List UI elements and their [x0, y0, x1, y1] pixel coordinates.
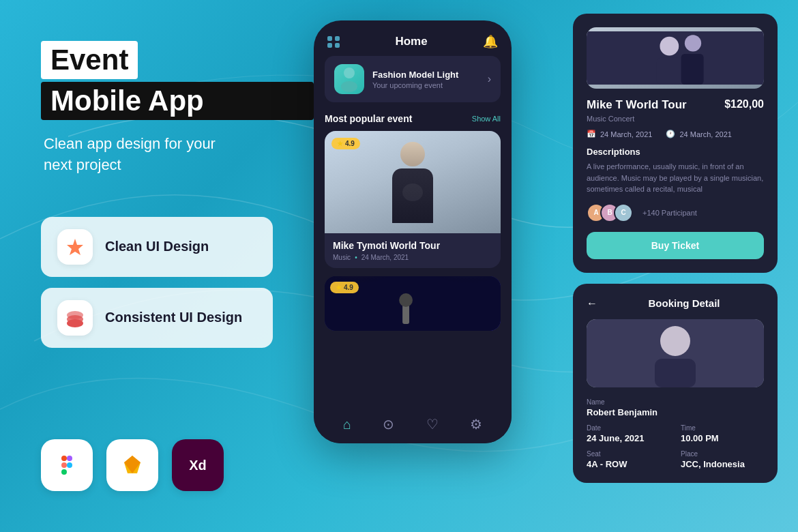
event-card-2[interactable]: ★ 4.9 — [325, 276, 501, 331]
svg-rect-22 — [681, 54, 704, 85]
tool-icons: Xd — [41, 439, 224, 491]
svg-point-12 — [341, 81, 357, 92]
participants-row: A B C +140 Participant — [587, 203, 764, 222]
feature-icon-1 — [57, 229, 93, 265]
field-name: Name Robert Benjamin — [587, 398, 764, 417]
booking-fields: Name Robert Benjamin Date 24 June, 2021 … — [587, 398, 764, 469]
svg-rect-5 — [61, 462, 67, 468]
detail-event-title: Mike T World Tour — [587, 98, 687, 112]
svg-rect-6 — [61, 469, 67, 475]
title-block: Event Mobile App — [41, 41, 314, 120]
event-card-img-2: ★ 4.9 — [325, 276, 501, 331]
xd-icon: Xd — [172, 439, 224, 491]
buy-ticket-button[interactable]: Buy Ticket — [587, 232, 764, 259]
calendar-icon: 📅 — [587, 130, 596, 138]
upcoming-title: Fashion Model Light — [372, 70, 479, 80]
feature-label-1: Clean UI Design — [105, 239, 209, 254]
event-card-info-1: Mike Tymoti World Tour Music • 24 March,… — [325, 233, 501, 268]
name-value: Robert Benjamin — [587, 407, 764, 417]
feature-card-1: Clean UI Design — [41, 217, 273, 277]
booking-panel: ← Booking Detail Name Robert Benjamin Da… — [573, 284, 778, 483]
rating-badge-2: ★ 4.9 — [330, 282, 359, 293]
nav-location-icon[interactable]: ⊙ — [383, 416, 394, 432]
upcoming-subtitle: Your upcoming event — [372, 81, 479, 89]
svg-point-3 — [67, 319, 83, 327]
detail-title-row: Mike T World Tour $120,00 — [587, 98, 764, 112]
upcoming-banner[interactable]: Fashion Model Light Your upcoming event … — [325, 56, 501, 102]
participant-avatars: A B C — [587, 203, 627, 222]
upcoming-avatar — [334, 64, 364, 94]
field-time: Time 10.00 PM — [681, 424, 764, 443]
event-card-1[interactable]: ★ 4.9 Mike Tymoti World Tour Music • 24 … — [325, 131, 501, 268]
field-seat: Seat 4A - ROW — [587, 450, 670, 469]
svg-rect-4 — [61, 456, 67, 461]
place-label: Place — [681, 450, 764, 458]
figma-icon — [41, 439, 93, 491]
subtitle: Clean app design for your next project — [44, 134, 314, 176]
svg-marker-0 — [67, 239, 83, 255]
feature-label-2: Consistent UI Design — [105, 310, 242, 325]
phone-bottom-nav: ⌂ ⊙ ♡ ⚙ — [314, 408, 512, 443]
nav-home-icon[interactable]: ⌂ — [343, 417, 351, 432]
date-value: 24 June, 2021 — [587, 433, 670, 443]
seat-label: Seat — [587, 450, 670, 458]
phone-grid-icon — [327, 36, 340, 48]
desc-text: A live performance, usually music, in fr… — [587, 161, 764, 195]
svg-point-8 — [67, 462, 72, 468]
booking-back-button[interactable]: ← — [587, 297, 597, 310]
upcoming-info: Fashion Model Light Your upcoming event — [372, 70, 479, 89]
svg-point-17 — [399, 293, 413, 307]
svg-rect-20 — [656, 57, 682, 85]
detail-subtitle: Music Concert — [587, 115, 764, 123]
event-card-img-1: ★ 4.9 — [325, 131, 501, 233]
event-name-1: Mike Tymoti World Tour — [333, 240, 492, 251]
detail-panel-img — [587, 27, 764, 89]
field-place: Place JCC, Indonesia — [681, 450, 764, 469]
participant-count: +140 Participant — [642, 209, 697, 217]
booking-img — [587, 319, 764, 387]
svg-rect-25 — [655, 359, 696, 387]
booking-title: Booking Detail — [604, 297, 764, 309]
feature-icon-2 — [57, 300, 93, 336]
svg-point-11 — [344, 68, 355, 78]
phone-home-title: Home — [395, 35, 427, 48]
feature-card-2: Consistent UI Design — [41, 288, 273, 348]
show-all-link[interactable]: Show All — [472, 115, 501, 123]
title-mobile: Mobile App — [41, 82, 314, 120]
name-label: Name — [587, 398, 764, 406]
detail-date-row: 📅 24 March, 2021 🕐 24 March, 2021 — [587, 130, 764, 138]
xd-label: Xd — [189, 458, 207, 473]
detail-date: 📅 24 March, 2021 — [587, 130, 652, 138]
svg-point-21 — [685, 35, 701, 51]
place-value: JCC, Indonesia — [681, 459, 764, 469]
svg-point-24 — [660, 326, 690, 356]
rating-badge-1: ★ 4.9 — [331, 138, 360, 149]
detail-price: $120,00 — [724, 98, 764, 110]
event-meta-1: Music • 24 March, 2021 — [333, 254, 492, 261]
upcoming-arrow-icon: › — [488, 73, 491, 85]
nav-heart-icon[interactable]: ♡ — [426, 416, 439, 432]
left-section: Event Mobile App Clean app design for yo… — [41, 41, 314, 348]
detail-panel: Mike T World Tour $120,00 Music Concert … — [573, 14, 778, 273]
svg-rect-7 — [67, 456, 72, 461]
clock-icon: 🕐 — [666, 130, 675, 138]
phone-mockup: Home 🔔 Fashion Model Light Your upcoming… — [314, 20, 512, 443]
field-date: Date 24 June, 2021 — [587, 424, 670, 443]
p-avatar-3: C — [614, 203, 633, 222]
notification-bell-icon[interactable]: 🔔 — [483, 34, 498, 49]
section-header: Most popular event Show All — [325, 113, 501, 124]
svg-marker-10 — [124, 456, 141, 473]
detail-time: 🕐 24 March, 2021 — [666, 130, 731, 138]
date-label: Date — [587, 424, 670, 432]
svg-point-19 — [660, 37, 679, 56]
most-popular-label: Most popular event — [325, 113, 412, 124]
right-section: Mike T World Tour $120,00 Music Concert … — [573, 14, 778, 483]
seat-value: 4A - ROW — [587, 459, 670, 469]
time-value: 10.00 PM — [681, 433, 764, 443]
time-label: Time — [681, 424, 764, 432]
nav-settings-icon[interactable]: ⚙ — [470, 416, 482, 432]
booking-header: ← Booking Detail — [587, 297, 764, 310]
title-event: Event — [41, 41, 138, 79]
features-list: Clean UI Design Consistent UI Design — [41, 217, 314, 348]
phone-status-bar: Home 🔔 — [325, 34, 501, 49]
